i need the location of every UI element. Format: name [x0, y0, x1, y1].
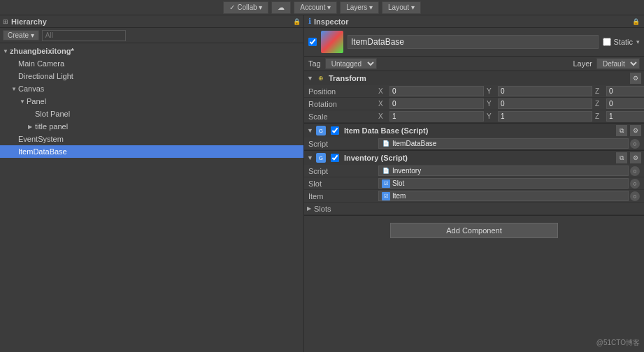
position-row: Position X Y Z: [304, 85, 644, 98]
inventory-slot-picker-button[interactable]: ○: [630, 179, 640, 189]
rotation-x-input[interactable]: [389, 98, 484, 109]
rotation-z-input[interactable]: [606, 98, 644, 109]
hierarchy-event-system[interactable]: EventSystem: [0, 133, 303, 145]
scale-z-input[interactable]: [606, 111, 644, 122]
inventory-copy-button[interactable]: ⧉: [616, 152, 627, 163]
slots-row[interactable]: ▶ Slots: [304, 203, 644, 215]
inventory-slot-label: Slot: [308, 179, 378, 188]
inventory-script-picker-button[interactable]: ○: [630, 166, 640, 176]
root-label: zhuangbeixitong*: [10, 47, 74, 55]
position-z-input[interactable]: [606, 86, 644, 96]
item-data-base-header[interactable]: ▼ G Item Data Base (Script) ⧉ ⚙: [304, 124, 644, 138]
item-db-enabled-checkbox[interactable]: [331, 126, 339, 135]
main-camera-label: Main Camera: [18, 59, 64, 68]
cloud-icon: ☁: [278, 3, 285, 11]
scale-row: Scale X Y Z: [304, 110, 644, 123]
inspector-info-icon: ℹ: [308, 17, 311, 26]
root-arrow-icon: ▼: [3, 48, 10, 54]
rot-y-label: Y: [487, 100, 495, 108]
inventory-item-value: ☑ Item: [378, 191, 629, 201]
transform-header-right: ⚙: [630, 73, 641, 84]
hierarchy-item-database[interactable]: ItemDataBase: [0, 145, 303, 158]
watermark: @51CTO博客: [596, 338, 640, 348]
canvas-label: Canvas: [18, 85, 44, 93]
hierarchy-lock-icon: 🔒: [293, 18, 301, 25]
inventory-settings-button[interactable]: ⚙: [630, 152, 641, 163]
layout-button[interactable]: Layout ▾: [382, 1, 421, 14]
transform-settings-button[interactable]: ⚙: [630, 73, 641, 84]
item-db-copy-button[interactable]: ⧉: [616, 125, 627, 136]
scale-y-input[interactable]: [498, 111, 592, 122]
slot-panel-label: Slot Panel: [35, 110, 70, 118]
hierarchy-header-icons: 🔒: [292, 18, 301, 25]
object-enabled-checkbox[interactable]: [308, 38, 317, 46]
inventory-slot-value: ☑ Slot: [378, 178, 629, 189]
item-db-script-picker-button[interactable]: ○: [630, 139, 640, 149]
transform-section: ▼ ⊕ Transform ⚙ Position X Y Z: [304, 71, 644, 124]
scale-label: Scale: [308, 112, 378, 121]
item-db-script-icon: G: [316, 126, 326, 135]
directional-light-label: Directional Light: [18, 72, 73, 80]
inventory-header[interactable]: ▼ G Inventory (Script) ⧉ ⚙: [304, 151, 644, 165]
scale-x-label: X: [378, 112, 387, 120]
static-dropdown-icon[interactable]: ▾: [636, 38, 640, 45]
position-values: X Y Z: [378, 86, 644, 96]
item-db-settings-button[interactable]: ⚙: [630, 125, 641, 136]
event-system-label: EventSystem: [18, 135, 64, 143]
rot-z-label: Z: [595, 100, 603, 108]
hierarchy-toolbar: Create ▾: [0, 28, 303, 43]
inspector-lock-icon: 🔒: [632, 18, 640, 25]
inspector-title: Inspector: [314, 17, 349, 26]
pos-x-label: X: [378, 87, 387, 95]
hierarchy-root-item[interactable]: ▼ zhuangbeixitong*: [0, 45, 303, 57]
collab-icon: ✓: [229, 3, 235, 11]
layer-select[interactable]: Default: [596, 58, 640, 69]
layers-button[interactable]: Layers ▾: [340, 1, 379, 14]
inventory-script-value: 📄 Inventory: [378, 166, 629, 176]
rot-x-label: X: [378, 100, 387, 108]
inspector-panel-header: ℹ Inspector 🔒: [304, 15, 644, 28]
position-x-input[interactable]: [389, 86, 484, 96]
add-component-button[interactable]: Add Component: [390, 223, 558, 238]
hierarchy-directional-light[interactable]: Directional Light: [0, 70, 303, 82]
pos-y-label: Y: [487, 87, 495, 95]
inventory-enabled-checkbox[interactable]: [331, 154, 339, 162]
static-row: Static ▾: [603, 38, 640, 46]
hierarchy-search-input[interactable]: [42, 30, 126, 41]
item-db-header-right: ⧉ ⚙: [616, 125, 641, 136]
pos-z-label: Z: [595, 87, 603, 95]
transform-title: Transform: [329, 74, 366, 82]
hierarchy-title: Hierarchy: [11, 17, 47, 26]
canvas-arrow: ▼: [11, 86, 18, 92]
scale-values: X Y Z: [378, 111, 644, 122]
panel-arrow: ▼: [20, 98, 27, 105]
create-button[interactable]: Create ▾: [3, 30, 39, 41]
account-button[interactable]: Account ▾: [294, 1, 337, 14]
inventory-section: ▼ G Inventory (Script) ⧉ ⚙ Script 📄 Inve…: [304, 151, 644, 216]
tag-select[interactable]: Untagged: [325, 58, 377, 69]
hierarchy-canvas[interactable]: ▼ Canvas: [0, 82, 303, 95]
object-header: Static ▾: [304, 28, 644, 57]
cloud-button[interactable]: ☁: [271, 1, 291, 14]
hierarchy-panel[interactable]: ▼ Panel: [0, 95, 303, 108]
hierarchy-slot-panel[interactable]: Slot Panel: [0, 108, 303, 120]
rotation-row: Rotation X Y Z: [304, 98, 644, 110]
position-y-input[interactable]: [498, 86, 592, 96]
inventory-header-right: ⧉ ⚙: [616, 152, 641, 163]
hierarchy-main-camera[interactable]: Main Camera: [0, 57, 303, 70]
rotation-label: Rotation: [308, 100, 378, 108]
inventory-script-icon: G: [316, 153, 326, 163]
inventory-item-picker-button[interactable]: ○: [630, 191, 640, 201]
transform-header[interactable]: ▼ ⊕ Transform ⚙: [304, 71, 644, 85]
slots-arrow-icon: ▶: [307, 205, 311, 212]
collab-button[interactable]: ✓ Collab ▾: [223, 1, 269, 14]
inspector-content: Static ▾ Tag Untagged Layer Default ▼: [304, 28, 644, 352]
static-checkbox[interactable]: [603, 38, 611, 46]
rotation-y-input[interactable]: [498, 98, 592, 109]
hierarchy-title-panel[interactable]: ▶ title panel: [0, 120, 303, 133]
main-layout: ⊞ Hierarchy 🔒 Create ▾ ▼ zhuangbeixitong…: [0, 15, 644, 352]
scale-x-input[interactable]: [389, 111, 484, 122]
object-name-input[interactable]: [348, 35, 599, 49]
inventory-slot-row: Slot ☑ Slot ○: [304, 177, 644, 190]
object-icon: [321, 31, 343, 53]
